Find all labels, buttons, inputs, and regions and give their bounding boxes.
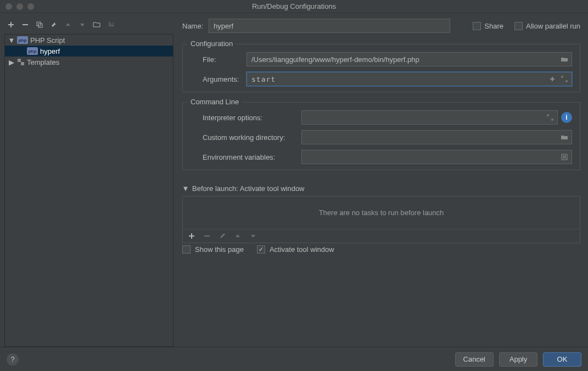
expand-arrow-right-icon[interactable]: ▶ <box>8 59 15 65</box>
before-launch-legend: Before launch: Activate tool window <box>192 184 305 193</box>
custom-working-dir-input[interactable] <box>301 130 572 144</box>
share-checkbox[interactable] <box>473 22 481 30</box>
file-input[interactable]: /Users/liangguifeng/www/hyperf-demo/bin/… <box>247 52 572 66</box>
activate-tool-label: Activate tool window <box>270 245 334 254</box>
config-tree[interactable]: ▼ php PHP Script php hyperf ▶ Templates <box>4 34 173 347</box>
window-title: Run/Debug Configurations <box>252 2 336 10</box>
tree-label: hyperf <box>40 47 60 55</box>
before-launch-section: There are no tasks to run before launch <box>182 196 580 243</box>
share-label: Share <box>484 22 503 30</box>
config-toolbar <box>4 18 173 32</box>
name-input[interactable]: hyperf <box>209 19 450 33</box>
edit-icon[interactable] <box>218 232 227 240</box>
add-icon[interactable] <box>7 20 15 29</box>
move-up-icon[interactable] <box>233 232 242 240</box>
ok-button[interactable]: OK <box>543 352 581 367</box>
add-icon[interactable] <box>187 232 196 240</box>
command-line-section: Command Line Interpreter options: i Cust… <box>182 102 580 170</box>
wrench-icon[interactable] <box>49 20 58 29</box>
svg-rect-6 <box>204 235 210 237</box>
configuration-legend: Configuration <box>187 40 236 48</box>
tree-node-hyperf[interactable]: php hyperf <box>5 46 173 57</box>
info-icon[interactable]: i <box>561 112 572 123</box>
tree-node-templates[interactable]: ▶ Templates <box>5 57 173 68</box>
env-vars-label: Environment variables: <box>203 153 301 161</box>
interpreter-options-input[interactable] <box>301 110 558 125</box>
interpreter-options-label: Interpreter options: <box>203 114 301 122</box>
php-icon: php <box>17 36 28 44</box>
browse-folder-icon[interactable] <box>559 54 569 64</box>
cancel-button[interactable]: Cancel <box>455 352 494 367</box>
svg-rect-4 <box>21 62 24 65</box>
templates-icon <box>17 58 25 66</box>
expand-arrow-down-icon[interactable]: ▼ <box>8 37 15 43</box>
zoom-window-dot[interactable] <box>27 3 34 10</box>
svg-rect-3 <box>18 59 21 62</box>
env-vars-input[interactable] <box>301 150 572 164</box>
remove-icon[interactable] <box>203 232 211 240</box>
configuration-section: Configuration File: /Users/liangguifeng/… <box>182 44 580 92</box>
close-window-dot[interactable] <box>5 3 12 10</box>
copy-icon[interactable] <box>35 20 44 29</box>
custom-working-dir-label: Custom working directory: <box>203 133 301 142</box>
move-up-icon[interactable] <box>64 20 72 29</box>
expand-icon[interactable] <box>545 113 555 122</box>
collapse-arrow-icon[interactable]: ▼ <box>182 186 189 192</box>
file-label: File: <box>203 55 247 64</box>
tree-node-php-script[interactable]: ▼ php PHP Script <box>5 35 173 46</box>
allow-parallel-checkbox[interactable] <box>514 22 523 30</box>
show-this-page-checkbox[interactable] <box>182 245 191 254</box>
expand-icon[interactable] <box>559 74 569 84</box>
apply-button[interactable]: Apply <box>499 352 537 367</box>
help-icon[interactable]: ? <box>7 353 19 366</box>
show-this-page-label: Show this page <box>195 245 244 254</box>
move-down-icon[interactable] <box>78 20 87 29</box>
activate-tool-checkbox[interactable] <box>257 245 265 254</box>
name-label: Name: <box>182 22 209 30</box>
before-launch-empty-text: There are no tasks to run before launch <box>183 196 580 229</box>
window-controls <box>0 3 34 10</box>
minimize-window-dot[interactable] <box>16 3 23 10</box>
move-down-icon[interactable] <box>249 232 257 240</box>
before-launch-toolbar <box>183 229 580 243</box>
titlebar: Run/Debug Configurations <box>0 0 588 13</box>
remove-icon[interactable] <box>21 20 30 29</box>
svg-rect-0 <box>23 24 28 25</box>
arguments-label: Arguments: <box>203 75 247 83</box>
list-icon[interactable] <box>559 152 569 162</box>
tree-label: PHP Script <box>30 36 65 44</box>
arguments-input[interactable]: start <box>247 72 572 86</box>
php-icon: php <box>27 47 38 55</box>
folder-icon[interactable] <box>92 20 101 29</box>
sort-icon[interactable] <box>107 20 115 29</box>
allow-parallel-label: Allow parallel run <box>526 22 580 30</box>
command-line-legend: Command Line <box>187 98 242 106</box>
add-icon[interactable] <box>547 74 557 84</box>
tree-label: Templates <box>27 58 59 66</box>
browse-folder-icon[interactable] <box>559 132 569 142</box>
